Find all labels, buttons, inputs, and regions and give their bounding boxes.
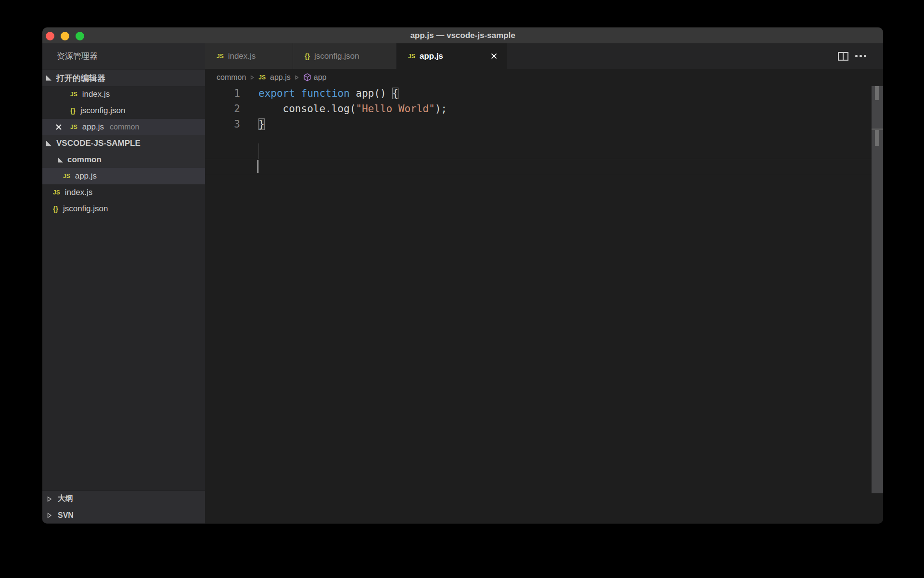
tree-file-label: app.js (75, 171, 97, 181)
line-number: 2 (205, 101, 240, 116)
breadcrumb: common JS app.js app (205, 69, 883, 86)
svn-panel-header[interactable]: SVN (42, 507, 205, 523)
breadcrumb-symbol[interactable]: app (314, 73, 327, 82)
tab-label: index.js (228, 51, 256, 61)
tree-folder-common[interactable]: common (42, 152, 205, 168)
open-editor-item-jsconfig[interactable]: {} jsconfig.json (42, 103, 205, 119)
code-line: 2 console.log("Hello World"); (205, 101, 883, 116)
code-line: 1 export function app() { (205, 86, 883, 101)
twisty-expanded-icon (58, 157, 63, 163)
editor-actions (838, 43, 866, 69)
outline-panel-header[interactable]: 大纲 (42, 490, 205, 507)
vscode-window: app.js — vscode-js-sample 资源管理器 打开的编辑器 J… (42, 27, 883, 524)
js-file-icon: JS (70, 91, 77, 98)
code-token-string: "Hello World" (356, 103, 435, 115)
scrollbar-slider[interactable] (872, 86, 883, 493)
outline-panel-label: 大纲 (58, 494, 73, 504)
twisty-expanded-icon (46, 76, 51, 81)
open-editor-item-appjs[interactable]: JS app.js common (42, 119, 205, 135)
window-title: app.js — vscode-js-sample (42, 27, 883, 43)
tree-file-jsconfig[interactable]: {} jsconfig.json (42, 201, 205, 217)
breadcrumb-file[interactable]: app.js (270, 73, 291, 82)
tree-file-label: jsconfig.json (63, 204, 108, 214)
code-token-keyword: export function (258, 88, 350, 99)
title-bar[interactable]: app.js — vscode-js-sample (42, 27, 883, 43)
code-token: app() (350, 88, 393, 99)
svn-panel-label: SVN (58, 511, 74, 520)
tab-bar: JS index.js {} jsconfig.json JS app.js (205, 43, 883, 69)
line-number: 3 (205, 116, 240, 132)
chevron-right-icon (295, 75, 299, 80)
sidebar-title: 资源管理器 (42, 43, 205, 69)
overview-ruler-mark (875, 130, 879, 146)
tree-file-appjs[interactable]: JS app.js (42, 168, 205, 184)
tree-root-label: VSCODE-JS-SAMPLE (56, 139, 141, 148)
js-file-icon: JS (408, 53, 415, 60)
current-line-highlight (205, 159, 883, 174)
tree-folder-label: common (67, 155, 102, 165)
code-token: ); (435, 103, 447, 115)
code-token-bracket: } (258, 118, 265, 130)
open-editors-label: 打开的编辑器 (56, 73, 105, 84)
breadcrumb-folder[interactable]: common (217, 73, 246, 82)
open-editor-label: app.js (82, 122, 104, 132)
chevron-right-icon (250, 75, 254, 80)
close-editor-icon[interactable] (55, 124, 62, 130)
twisty-collapsed-icon (47, 496, 52, 502)
open-editor-label: index.js (82, 90, 110, 99)
js-file-icon: JS (217, 53, 224, 60)
text-cursor (257, 160, 258, 173)
code-editor[interactable]: 1 export function app() { 2 console.log(… (205, 86, 883, 524)
open-editor-item-indexjs[interactable]: JS index.js (42, 86, 205, 103)
json-file-icon: {} (53, 205, 58, 213)
twisty-collapsed-icon (47, 513, 52, 518)
tab-label: jsconfig.json (314, 51, 359, 61)
line-number: 1 (205, 86, 240, 101)
js-file-icon: JS (258, 74, 266, 81)
code-token: console.log( (258, 103, 356, 115)
overview-ruler-mark (875, 86, 879, 100)
code-line: 3 } (205, 116, 883, 132)
code-token-bracket: { (392, 88, 398, 99)
editor-group: JS index.js {} jsconfig.json JS app.js (205, 43, 883, 524)
js-file-icon: JS (70, 124, 77, 130)
split-editor-icon[interactable] (838, 52, 848, 61)
explorer-sidebar: 资源管理器 打开的编辑器 JS index.js {} jsconfig.jso… (42, 43, 205, 524)
open-editor-label: jsconfig.json (80, 106, 126, 116)
symbol-module-icon (303, 73, 311, 81)
open-editors-header[interactable]: 打开的编辑器 (42, 70, 205, 86)
tree-root-folder[interactable]: VSCODE-JS-SAMPLE (42, 135, 205, 152)
open-editor-folder-detail: common (110, 123, 139, 131)
tab-jsconfig[interactable]: {} jsconfig.json (293, 43, 397, 69)
tab-appjs[interactable]: JS app.js (397, 43, 507, 69)
more-actions-icon[interactable] (855, 55, 866, 57)
js-file-icon: JS (63, 173, 70, 180)
tab-indexjs[interactable]: JS index.js (205, 43, 293, 69)
editor-scrollbar[interactable] (872, 69, 883, 524)
tree-file-label: index.js (65, 188, 93, 197)
json-file-icon: {} (70, 107, 76, 115)
js-file-icon: JS (53, 189, 60, 196)
screen: app.js — vscode-js-sample 资源管理器 打开的编辑器 J… (0, 0, 924, 578)
twisty-expanded-icon (46, 141, 51, 146)
tab-label: app.js (420, 51, 443, 61)
json-file-icon: {} (305, 52, 310, 60)
close-tab-icon[interactable] (491, 53, 497, 59)
tree-file-indexjs[interactable]: JS index.js (42, 184, 205, 201)
